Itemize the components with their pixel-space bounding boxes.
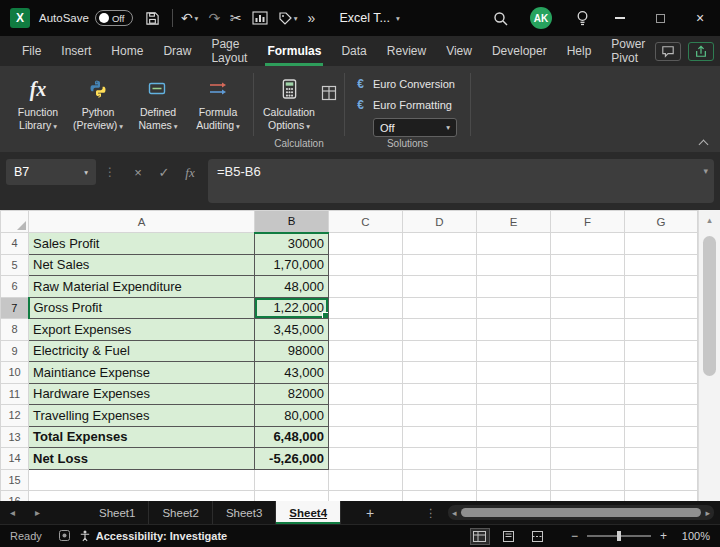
document-title[interactable]: Excel T... ▾	[339, 11, 399, 25]
cell[interactable]	[403, 362, 477, 384]
cell[interactable]	[477, 233, 551, 255]
cell[interactable]: 6,48,000	[255, 426, 329, 448]
cell[interactable]: Maintiance Expense	[29, 362, 255, 384]
cell[interactable]: 98000	[255, 340, 329, 362]
tab-data[interactable]: Data	[331, 36, 376, 66]
column-header[interactable]: A	[29, 211, 255, 233]
macro-record-button[interactable]	[59, 530, 70, 543]
tab-formulas[interactable]: Formulas	[257, 36, 331, 66]
cell[interactable]	[329, 405, 403, 427]
tab-page-layout[interactable]: Page Layout	[201, 36, 257, 66]
hscroll-right-icon[interactable]: ▸	[705, 508, 710, 518]
cell[interactable]: Net Sales	[29, 254, 255, 276]
quick-access-overflow-button[interactable]: »	[308, 10, 316, 26]
cut-button[interactable]: ✂	[230, 10, 242, 26]
cell[interactable]	[551, 469, 625, 491]
cell[interactable]	[477, 426, 551, 448]
row-header[interactable]: 13	[1, 426, 29, 448]
close-button[interactable]: ×	[680, 0, 720, 36]
cell[interactable]	[477, 491, 551, 502]
cell[interactable]	[329, 233, 403, 255]
formula-input[interactable]: =B5-B6	[208, 159, 714, 203]
accessibility-status[interactable]: Accessibility: Investigate	[79, 530, 227, 542]
vertical-scrollbar-thumb[interactable]	[703, 236, 716, 376]
undo-dropdown-icon[interactable]: ▾	[195, 14, 199, 23]
cell[interactable]	[625, 491, 698, 502]
cell[interactable]: Gross Profit	[29, 297, 255, 319]
formula-auditing-button[interactable]: Formula Auditing▾	[188, 69, 248, 152]
column-header[interactable]: C	[329, 211, 403, 233]
cell[interactable]	[403, 297, 477, 319]
share-button[interactable]	[688, 42, 714, 61]
cell[interactable]	[255, 469, 329, 491]
cell[interactable]: 48,000	[255, 276, 329, 298]
cell[interactable]	[477, 297, 551, 319]
tab-draw[interactable]: Draw	[153, 36, 201, 66]
cell[interactable]	[477, 469, 551, 491]
cell[interactable]	[329, 469, 403, 491]
cell[interactable]	[403, 319, 477, 341]
cell[interactable]	[403, 448, 477, 470]
cell[interactable]	[329, 254, 403, 276]
cell[interactable]	[329, 448, 403, 470]
cell[interactable]	[329, 362, 403, 384]
cell[interactable]	[625, 448, 698, 470]
zoom-out-button[interactable]: −	[571, 529, 578, 543]
cell[interactable]	[551, 276, 625, 298]
tab-home[interactable]: Home	[101, 36, 153, 66]
cell[interactable]: 43,000	[255, 362, 329, 384]
column-header[interactable]: F	[551, 211, 625, 233]
cell[interactable]	[329, 276, 403, 298]
cell[interactable]: Export Expenses	[29, 319, 255, 341]
search-button[interactable]	[482, 0, 518, 36]
cell[interactable]	[551, 340, 625, 362]
cell[interactable]	[625, 276, 698, 298]
row-header[interactable]: 12	[1, 405, 29, 427]
cell[interactable]	[329, 297, 403, 319]
cell[interactable]: Hardware Expenses	[29, 383, 255, 405]
cell[interactable]	[403, 383, 477, 405]
cancel-entry-button[interactable]: ×	[130, 165, 146, 180]
tab-developer[interactable]: Developer	[482, 36, 557, 66]
row-header[interactable]: 15	[1, 469, 29, 491]
sensitivity-button[interactable]: ▾	[278, 11, 298, 25]
row-header[interactable]: 14	[1, 448, 29, 470]
row-header[interactable]: 8	[1, 319, 29, 341]
cell[interactable]	[329, 319, 403, 341]
cell[interactable]	[329, 491, 403, 502]
cell[interactable]	[403, 469, 477, 491]
sheet-tab-sheet4-active[interactable]: Sheet4	[276, 501, 341, 524]
comments-button[interactable]	[655, 42, 681, 61]
cell[interactable]	[625, 362, 698, 384]
cell[interactable]	[551, 233, 625, 255]
euro-conversion-button[interactable]: € Euro Conversion	[354, 73, 457, 94]
enter-entry-button[interactable]: ✓	[156, 165, 172, 180]
cell[interactable]	[551, 362, 625, 384]
sheet-tab-sheet2[interactable]: Sheet2	[149, 501, 212, 524]
cell[interactable]: -5,26,000	[255, 448, 329, 470]
tab-view[interactable]: View	[436, 36, 482, 66]
tab-review[interactable]: Review	[377, 36, 436, 66]
tab-scrollbar-splitter[interactable]: ⋮	[425, 501, 437, 524]
cell[interactable]	[625, 340, 698, 362]
column-header[interactable]: G	[625, 211, 698, 233]
selected-cell[interactable]: 1,22,000	[255, 297, 329, 319]
cell[interactable]	[29, 469, 255, 491]
column-header-selected[interactable]: B	[255, 211, 329, 233]
cell[interactable]	[551, 426, 625, 448]
ribbon-collapse-button[interactable]	[696, 137, 710, 147]
cell[interactable]	[551, 405, 625, 427]
cell[interactable]	[625, 469, 698, 491]
formula-bar-expand-icon[interactable]: ▾	[703, 166, 708, 176]
row-header[interactable]: 10	[1, 362, 29, 384]
cell[interactable]	[551, 383, 625, 405]
cell[interactable]: Raw Material Expenditure	[29, 276, 255, 298]
horizontal-scrollbar-thumb[interactable]	[461, 508, 702, 517]
cell[interactable]: 3,45,000	[255, 319, 329, 341]
normal-view-button[interactable]	[470, 528, 490, 545]
cell[interactable]	[625, 233, 698, 255]
row-header[interactable]: 4	[1, 233, 29, 255]
cell[interactable]: Net Loss	[29, 448, 255, 470]
sheet-tab-sheet1[interactable]: Sheet1	[86, 501, 149, 524]
undo-button[interactable]: ↶ ▾	[181, 10, 199, 26]
